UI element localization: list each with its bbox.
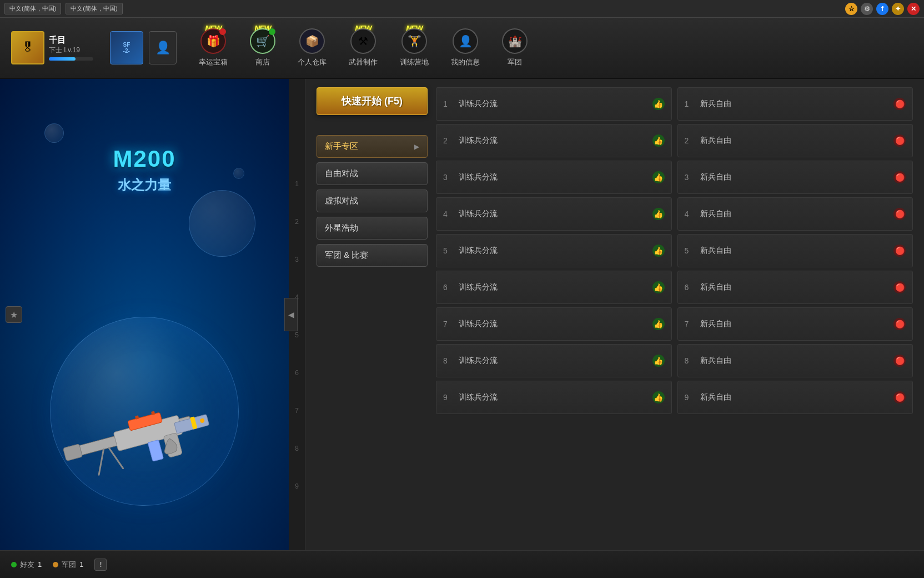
room-status-r2: 🔴 <box>893 134 906 147</box>
vert-num-7[interactable]: 7 <box>289 392 305 430</box>
room-item-l1[interactable]: 1 训练兵分流 👍 <box>436 87 672 121</box>
menu-arrow-newbie: ▶ <box>414 143 419 151</box>
quick-start-btn[interactable]: 快速开始 (F5) <box>317 87 428 115</box>
room-num-r1: 1 <box>685 99 696 108</box>
nav-label-inventory: 个人仓库 <box>298 57 327 67</box>
left-controls: 快速开始 (F5) 新手专区 ▶ 自由对战 虚拟对战 外星浩劫 军团 & 比赛 <box>317 87 428 542</box>
bubble-tiny-2 <box>233 168 244 179</box>
vert-num-6[interactable]: 6 <box>289 354 305 392</box>
room-name-l7: 训练兵分流 <box>459 319 648 329</box>
room-item-l8[interactable]: 8 训练兵分流 👍 <box>436 344 672 377</box>
settings-icon-btn[interactable]: ⚙ <box>861 3 873 15</box>
bubble-tiny-1 <box>44 123 64 143</box>
room-num-l8: 8 <box>443 356 454 365</box>
room-name-l3: 训练兵分流 <box>459 172 648 182</box>
nav-item-inventory[interactable]: 📦 个人仓库 <box>287 28 338 67</box>
vert-num-8[interactable]: 8 <box>289 430 305 467</box>
favorite-btn[interactable]: ★ <box>6 306 22 323</box>
inventory-icon: 📦 <box>299 28 325 54</box>
room-name-r8: 新兵自由 <box>700 356 890 366</box>
room-item-r7[interactable]: 7 新兵自由 🔴 <box>677 307 913 341</box>
guild-status: 军团 1 <box>53 560 83 570</box>
menu-btn-alien[interactable]: 外星浩劫 <box>317 217 428 240</box>
nav-item-lucky-box[interactable]: NEW 🎁 幸运宝箱 <box>188 28 239 67</box>
left-panel: M200 水之力量 <box>0 79 289 550</box>
room-status-r6: 🔴 <box>893 281 906 293</box>
game-icon-btn[interactable]: ☆ <box>845 3 857 15</box>
room-num-r2: 2 <box>685 136 696 145</box>
title-icons: ☆ ⚙ f ✦ ✕ <box>845 3 920 15</box>
xp-bar <box>49 57 93 61</box>
nav-bar: 🎖 千目 下士 Lv.19 SF-2- 👤 NEW 🎁 幸运宝箱 NEW 🛒 <box>0 18 924 79</box>
room-item-r3[interactable]: 3 新兵自由 🔴 <box>677 161 913 194</box>
user-rank: 下士 Lv.19 <box>49 46 93 55</box>
lang-btn-1[interactable]: 中文(简体，中国) <box>4 3 61 14</box>
weapon-craft-icon: ⚒ <box>350 28 376 54</box>
lucky-box-icon: 🎁 <box>200 28 226 54</box>
room-item-l6[interactable]: 6 训练兵分流 👍 <box>436 271 672 304</box>
nav-item-guild[interactable]: 🏰 军团 <box>491 28 539 67</box>
currency-icon-btn[interactable]: ✦ <box>892 3 904 15</box>
room-num-l2: 2 <box>443 136 454 145</box>
room-col-right: 1 新兵自由 🔴 2 新兵自由 🔴 3 新兵自由 🔴 <box>677 87 913 542</box>
nav-item-shop[interactable]: NEW 🛒 商店 <box>239 28 287 67</box>
room-status-r4: 🔴 <box>893 208 906 220</box>
room-item-l3[interactable]: 3 训练兵分流 👍 <box>436 161 672 194</box>
vert-num-9[interactable]: 9 <box>289 467 305 505</box>
close-btn[interactable]: ✕ <box>907 3 920 15</box>
room-item-r1[interactable]: 1 新兵自由 🔴 <box>677 87 913 121</box>
menu-btn-virtual[interactable]: 虚拟对战 <box>317 190 428 212</box>
room-status-l6: 👍 <box>652 281 665 293</box>
room-item-r8[interactable]: 8 新兵自由 🔴 <box>677 344 913 377</box>
svg-rect-8 <box>148 440 163 461</box>
lang-btn-2[interactable]: 中文(简体，中国) <box>66 3 122 14</box>
user-avatar: 🎖 <box>11 31 44 64</box>
room-item-l7[interactable]: 7 训练兵分流 👍 <box>436 307 672 341</box>
menu-label-guild: 军团 & 比赛 <box>325 250 368 261</box>
user-name: 千目 <box>49 35 93 46</box>
menu-btn-free-battle[interactable]: 自由对战 <box>317 162 428 185</box>
bubble-small <box>189 190 255 257</box>
menu-btn-guild-match[interactable]: 军团 & 比赛 <box>317 244 428 267</box>
friend-count: 1 <box>38 560 42 569</box>
room-item-l5[interactable]: 5 训练兵分流 👍 <box>436 234 672 267</box>
room-num-l4: 4 <box>443 210 454 218</box>
room-item-r4[interactable]: 4 新兵自由 🔴 <box>677 197 913 231</box>
scroll-left-arrow[interactable]: ◀ <box>284 298 298 331</box>
vert-num-3[interactable]: 3 <box>289 241 305 278</box>
room-name-r5: 新兵自由 <box>700 246 890 256</box>
room-list-area: 1 训练兵分流 👍 2 训练兵分流 👍 3 训练兵分流 👍 <box>436 87 913 542</box>
room-status-l1: 👍 <box>652 98 665 110</box>
social-icon-btn[interactable]: f <box>876 3 888 15</box>
nav-label-shop: 商店 <box>255 57 270 67</box>
menu-btn-newbie[interactable]: 新手专区 ▶ <box>317 135 428 158</box>
room-item-l2[interactable]: 2 训练兵分流 👍 <box>436 124 672 157</box>
notification-btn[interactable]: ! <box>94 559 107 571</box>
room-status-l4: 👍 <box>652 208 665 220</box>
menu-label-alien: 外星浩劫 <box>325 223 358 233</box>
room-item-l4[interactable]: 4 训练兵分流 👍 <box>436 197 672 231</box>
room-name-r4: 新兵自由 <box>700 209 890 219</box>
nav-item-training[interactable]: NEW 🏋 训练营地 <box>389 28 440 67</box>
room-item-r5[interactable]: 5 新兵自由 🔴 <box>677 234 913 267</box>
room-num-r8: 8 <box>685 356 696 365</box>
room-item-r2[interactable]: 2 新兵自由 🔴 <box>677 124 913 157</box>
nav-label-lucky: 幸运宝箱 <box>199 57 228 67</box>
vert-num-1[interactable]: 1 <box>289 165 305 203</box>
main-content: M200 水之力量 <box>0 79 924 550</box>
title-bar: 中文(简体，中国) 中文(简体，中国) ☆ ⚙ f ✦ ✕ <box>0 0 924 18</box>
room-name-r9: 新兵自由 <box>700 392 890 402</box>
room-name-l2: 训练兵分流 <box>459 136 648 146</box>
nav-item-myinfo[interactable]: 👤 我的信息 <box>440 28 491 67</box>
room-item-l9[interactable]: 9 训练兵分流 👍 <box>436 381 672 414</box>
top-section: 快速开始 (F5) 新手专区 ▶ 自由对战 虚拟对战 外星浩劫 军团 & 比赛 <box>317 87 913 542</box>
user-details: 千目 下士 Lv.19 <box>49 35 93 61</box>
room-status-r7: 🔴 <box>893 318 906 330</box>
room-status-r5: 🔴 <box>893 245 906 257</box>
room-name-l1: 训练兵分流 <box>459 99 648 109</box>
vert-num-2[interactable]: 2 <box>289 203 305 241</box>
room-item-r6[interactable]: 6 新兵自由 🔴 <box>677 271 913 304</box>
room-item-r9[interactable]: 9 新兵自由 🔴 <box>677 381 913 414</box>
nav-item-weapon-craft[interactable]: NEW ⚒ 武器制作 <box>338 28 389 67</box>
room-num-l9: 9 <box>443 393 454 402</box>
